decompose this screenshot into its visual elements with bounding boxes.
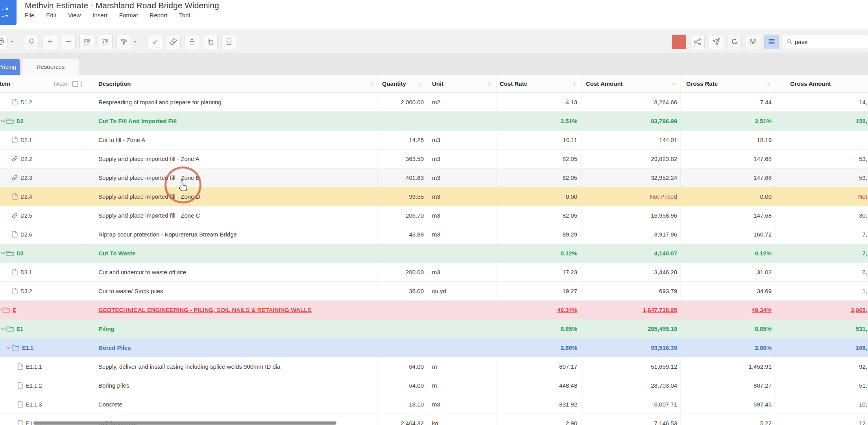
gross-amount-cell[interactable]: 7, <box>776 244 868 262</box>
gross-amount-cell[interactable]: 12, <box>776 414 868 425</box>
sort-arrow-icon[interactable]: ▽ <box>488 81 491 86</box>
description-cell[interactable]: Riprap scour protection - Kopurererua St… <box>87 225 379 244</box>
search-box[interactable] <box>783 35 868 48</box>
cost-rate-cell[interactable]: 2.90 <box>497 414 582 425</box>
cost-rate-cell[interactable]: 8.85% <box>497 320 582 338</box>
cost-rate-cell[interactable]: 807.17 <box>497 357 582 376</box>
gross-amount-cell[interactable]: 30, <box>776 206 868 225</box>
description-cell[interactable]: Supply and place imported fill - Zone B <box>87 168 379 187</box>
gross-amount-cell[interactable]: 7, <box>776 225 868 244</box>
cost-amount-cell[interactable]: Not Priced <box>582 187 681 206</box>
gross-rate-cell[interactable]: 18.19 <box>681 131 776 149</box>
unit-cell[interactable]: m <box>427 376 497 395</box>
gross-rate-cell[interactable]: 5.22 <box>681 414 776 425</box>
sort-arrow-icon[interactable]: ▽ <box>370 81 373 86</box>
gross-rate-cell[interactable]: 0.00 <box>681 187 776 206</box>
quantity-cell[interactable]: 64.00 <box>379 357 427 376</box>
gross-rate-cell[interactable]: 807.27 <box>681 376 776 395</box>
calculator-button[interactable] <box>222 35 236 49</box>
description-cell[interactable]: Cut to waste/ Stock piles <box>87 282 379 300</box>
cost-rate-cell[interactable]: 4.13 <box>497 93 582 111</box>
gross-rate-cell[interactable]: 2.51% <box>681 112 776 130</box>
expand-caret-icon[interactable] <box>1 120 6 123</box>
gross-rate-cell[interactable]: 147.68 <box>681 206 776 225</box>
cost-amount-cell[interactable]: 8,264.66 <box>582 93 681 111</box>
quantity-cell[interactable] <box>379 112 427 130</box>
outdent-button[interactable] <box>98 35 113 49</box>
add-button[interactable] <box>42 35 57 49</box>
column-header-unit[interactable]: Unit ▽ <box>427 75 497 92</box>
letter-m-button[interactable]: M <box>746 35 760 49</box>
gross-amount-cell[interactable]: 92, <box>776 357 868 376</box>
cost-amount-cell[interactable]: 32,952.24 <box>582 168 681 187</box>
table-row[interactable]: D3Cut To Waste0.12%4,140.070.12%7, <box>0 244 868 263</box>
description-cell[interactable]: Cut To Waste <box>87 244 379 262</box>
link-button[interactable] <box>166 35 181 49</box>
indent-button[interactable] <box>79 35 94 49</box>
menu-report[interactable]: Report <box>150 12 167 18</box>
quantity-cell[interactable]: 200.00 <box>379 263 427 281</box>
cost-rate-cell[interactable]: 82.05 <box>497 206 582 225</box>
sort-arrow-icon[interactable]: ▽ <box>573 81 576 86</box>
gross-rate-cell[interactable]: 147.68 <box>681 150 776 168</box>
cost-rate-cell[interactable]: 82.05 <box>497 150 582 168</box>
description-cell[interactable]: GEOTECHNICAL ENGINEERING - PILING, SOIL … <box>87 301 379 319</box>
unit-cell[interactable] <box>427 112 497 130</box>
cost-amount-cell[interactable]: 6,007.71 <box>582 395 681 414</box>
table-row[interactable]: D2.2Supply and place imported fill - Zon… <box>0 150 868 168</box>
lock-button[interactable] <box>185 35 199 49</box>
cost-amount-cell[interactable]: 4,140.07 <box>582 244 681 262</box>
unit-cell[interactable]: m3 <box>427 150 497 168</box>
menu-view[interactable]: View <box>68 12 81 18</box>
cost-rate-cell[interactable]: 2.80% <box>497 338 582 357</box>
cost-amount-cell[interactable]: 3,446.28 <box>582 263 681 281</box>
quantity-cell[interactable] <box>379 338 427 357</box>
unit-cell[interactable]: m3 <box>427 168 497 187</box>
sort-arrow-icon[interactable]: ▽ <box>419 81 422 86</box>
gross-rate-cell[interactable]: 1,452.91 <box>681 357 776 376</box>
copy-button[interactable] <box>203 35 218 49</box>
gross-rate-cell[interactable]: 597.45 <box>681 395 776 414</box>
cost-amount-cell[interactable]: 29,823.82 <box>582 150 681 168</box>
quantity-cell[interactable]: 64.00 <box>379 376 427 395</box>
table-row[interactable]: E1Piling8.85%295,455.198.85%531, <box>0 320 868 338</box>
cost-rate-cell[interactable]: 10.11 <box>497 131 582 149</box>
unit-cell[interactable] <box>427 320 497 338</box>
gross-rate-cell[interactable]: 49.34% <box>681 301 776 319</box>
unit-cell[interactable]: m3 <box>427 225 497 244</box>
table-row[interactable]: E1.1.3Concrete18.10m3331.926,007.71597.4… <box>0 395 868 414</box>
methvin-logo-icon[interactable]: -× -= <box>0 0 17 25</box>
menu-tool[interactable]: Tool <box>179 12 190 18</box>
cost-amount-cell[interactable]: 144.01 <box>582 131 681 149</box>
unit-cell[interactable]: kg <box>427 414 497 425</box>
cost-amount-cell[interactable]: 51,659.12 <box>582 357 681 376</box>
cost-rate-cell[interactable]: 0.12% <box>497 244 582 262</box>
dropdown-caret-icon[interactable] <box>8 41 15 43</box>
expand-caret-icon[interactable] <box>6 346 12 349</box>
tab-resources[interactable]: Resources <box>22 59 79 75</box>
quantity-cell[interactable]: 14.25 <box>379 131 427 149</box>
gross-amount-cell[interactable]: 2,965, <box>776 301 868 319</box>
quantity-cell[interactable]: 36.00 <box>379 282 427 300</box>
menu-file[interactable]: File <box>25 12 34 18</box>
remove-button[interactable] <box>61 35 76 49</box>
gross-rate-cell[interactable]: 2.80% <box>681 338 776 357</box>
gross-amount-cell[interactable]: 1, <box>776 282 868 300</box>
cost-amount-cell[interactable]: 295,455.19 <box>582 320 681 338</box>
cost-amount-cell[interactable]: 28,703.04 <box>582 376 681 395</box>
gross-amount-cell[interactable] <box>776 131 868 149</box>
description-cell[interactable]: Bored Piles <box>87 338 379 357</box>
description-cell[interactable]: Cut and undercut to waste off site <box>87 263 379 281</box>
unit-cell[interactable]: m2 <box>427 93 497 111</box>
tab-pricing[interactable]: Pricing <box>0 59 20 75</box>
description-cell[interactable]: Cut to fill - Zone A <box>87 131 379 149</box>
gross-amount-cell[interactable]: 531, <box>776 320 868 338</box>
gross-amount-cell[interactable]: 10, <box>776 395 868 414</box>
quantity-cell[interactable]: 363.50 <box>379 150 427 168</box>
cost-rate-cell[interactable]: 82.05 <box>497 168 582 187</box>
column-header-quantity[interactable]: Quantity ▽ <box>379 75 427 92</box>
horizontal-scrollbar-thumb[interactable] <box>33 421 336 425</box>
gross-amount-cell[interactable]: 53, <box>776 150 868 168</box>
quantity-cell[interactable] <box>379 301 427 319</box>
column-header-gross-rate[interactable]: Gross Rate ▽ <box>681 75 776 92</box>
